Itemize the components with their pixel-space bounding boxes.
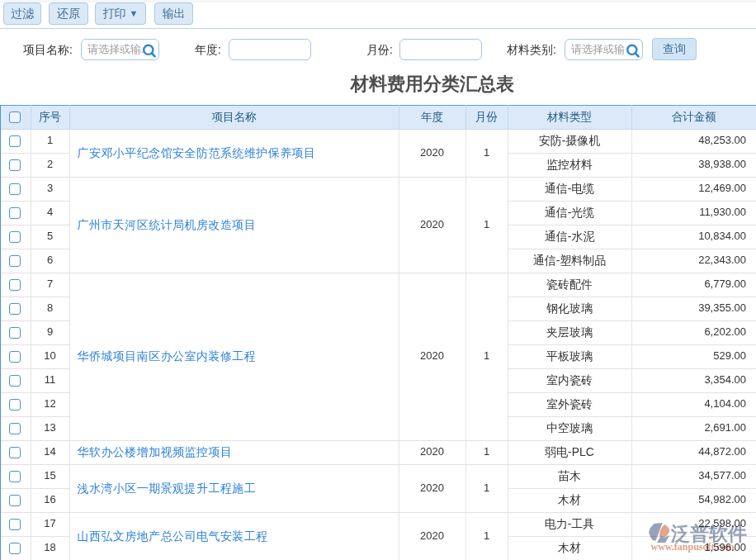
svg-text:www.fanpusoft.com: www.fanpusoft.com: [651, 541, 735, 553]
